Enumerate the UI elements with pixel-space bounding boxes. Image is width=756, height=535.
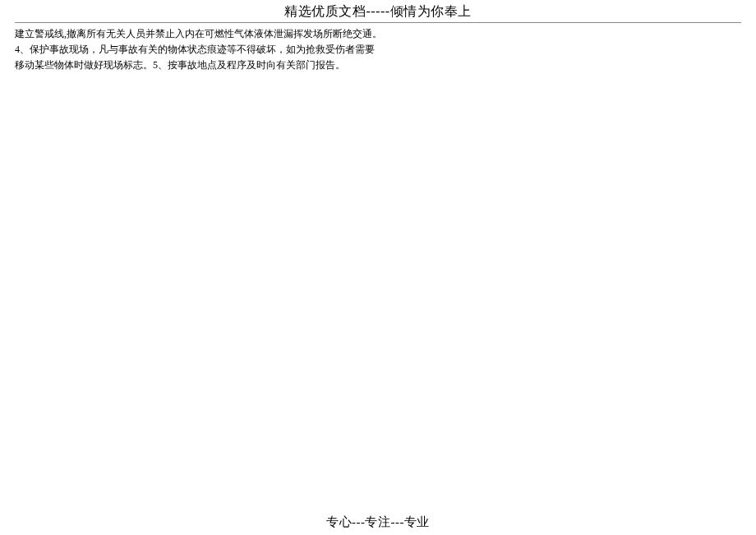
header-title: 精选优质文档-----倾情为你奉上 <box>284 4 471 18</box>
document-body: 建立警戒线,撤离所有无关人员并禁止入内在可燃性气体液体泄漏挥发场所断绝交通。 4… <box>0 23 756 74</box>
body-line-3: 移动某些物体时做好现场标志。5、按事故地点及程序及时向有关部门报告。 <box>15 58 741 73</box>
page-header: 精选优质文档-----倾情为你奉上 <box>0 0 756 22</box>
body-line-2: 4、保护事故现场，凡与事故有关的物体状态痕迹等不得破坏，如为抢救受伤者需要 <box>15 42 741 58</box>
page-footer: 专心---专注---专业 <box>0 514 756 530</box>
footer-text: 专心---专注---专业 <box>326 515 430 528</box>
body-line-1: 建立警戒线,撤离所有无关人员并禁止入内在可燃性气体液体泄漏挥发场所断绝交通。 <box>15 26 741 42</box>
